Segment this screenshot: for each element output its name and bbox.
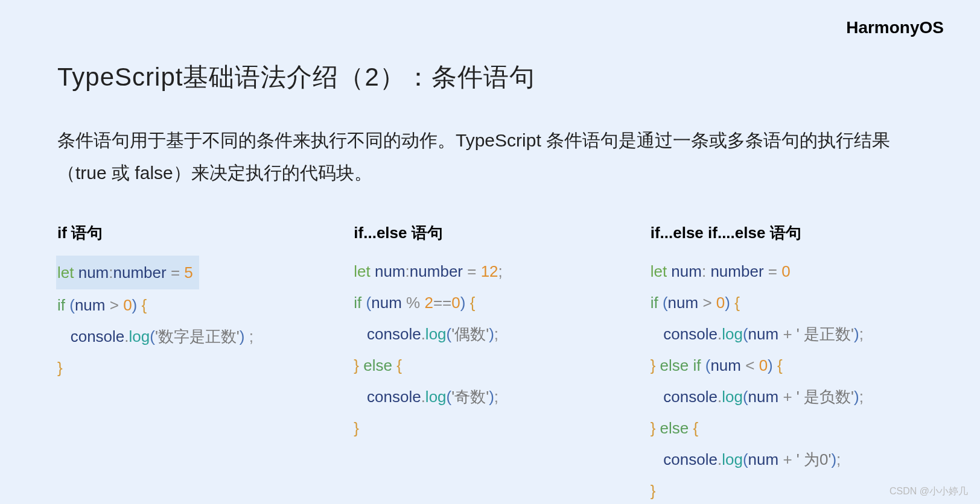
column-title: if 语句 bbox=[57, 222, 329, 244]
slide-description: 条件语句用于基于不同的条件来执行不同的动作。TypeScript 条件语句是通过… bbox=[57, 124, 923, 189]
column-if-elseif-else: if...else if....else 语句 let num: number … bbox=[651, 222, 923, 504]
code-block: let num:number = 5 if (num > 0) { consol… bbox=[57, 256, 329, 383]
code-block: let num:number = 12; if (num % 2==0) { c… bbox=[354, 256, 626, 444]
brand-logo: HarmonyOS bbox=[846, 18, 944, 37]
column-title: if...else if....else 语句 bbox=[651, 222, 923, 244]
column-if: if 语句 let num:number = 5 if (num > 0) { … bbox=[57, 222, 329, 504]
code-columns: if 语句 let num:number = 5 if (num > 0) { … bbox=[57, 222, 923, 504]
column-title: if...else 语句 bbox=[354, 222, 626, 244]
slide-title: TypeScript基础语法介绍（2）：条件语句 bbox=[57, 60, 923, 94]
watermark: CSDN @小小婷几 bbox=[889, 485, 968, 498]
column-if-else: if...else 语句 let num:number = 12; if (nu… bbox=[354, 222, 626, 504]
slide-content: TypeScript基础语法介绍（2）：条件语句 条件语句用于基于不同的条件来执… bbox=[0, 0, 980, 504]
code-block: let num: number = 0 if (num > 0) { conso… bbox=[651, 256, 923, 504]
